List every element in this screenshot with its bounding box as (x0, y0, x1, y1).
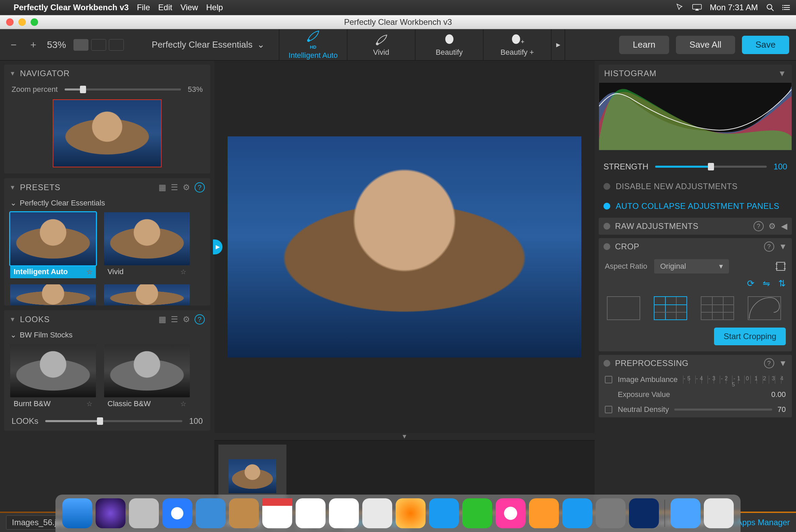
tab-beautify-plus[interactable]: + Beautify + (483, 29, 551, 60)
image-ambulance-checkbox[interactable] (605, 376, 612, 383)
look-classic-bw[interactable]: Classic B&W☆ (104, 344, 190, 410)
spotlight-icon[interactable] (766, 3, 774, 12)
crop-frame-icon[interactable] (776, 261, 786, 271)
strength-slider[interactable] (655, 166, 767, 168)
rotate-icon[interactable]: ⟳ (747, 278, 754, 289)
cursor-icon[interactable] (676, 3, 684, 12)
tab-intelligent-auto[interactable]: HD Intelligent Auto (279, 29, 347, 60)
dock-launchpad-icon[interactable] (129, 498, 159, 528)
star-icon[interactable]: ☆ (180, 268, 186, 276)
looks-strength-slider[interactable] (45, 420, 182, 422)
collapse-icon[interactable]: ▼ (10, 184, 16, 191)
raw-adjustments-section[interactable]: RAW ADJUSTMENTS ?⚙◀ (599, 218, 792, 235)
learn-button[interactable]: Learn (619, 36, 669, 54)
collapse-icon[interactable]: ▼ (10, 70, 16, 77)
dock-ibooks-icon[interactable] (529, 498, 559, 528)
filmstrip-collapse-handle[interactable]: ▼ (214, 433, 595, 440)
aspect-ratio-dropdown[interactable]: Original ▾ (654, 259, 729, 273)
star-icon[interactable]: ☆ (86, 268, 93, 276)
collapse-left-icon[interactable]: ◀ (781, 221, 787, 231)
dock-reminders-icon[interactable] (329, 498, 359, 528)
menubar-clock[interactable]: Mon 7:31 AM (710, 3, 758, 12)
zoom-in-button[interactable]: + (27, 39, 39, 51)
dock-workbench-icon[interactable] (629, 498, 659, 528)
preset-group-header[interactable]: ⌄ Perfectly Clear Essentials (4, 197, 210, 210)
menu-edit[interactable]: Edit (158, 3, 172, 12)
fullscreen-window-button[interactable] (31, 18, 38, 26)
close-window-button[interactable] (6, 18, 14, 26)
crop-grid-thirds[interactable] (654, 296, 687, 320)
dock-finder-icon[interactable] (62, 498, 92, 528)
dock-mail-icon[interactable] (196, 498, 226, 528)
before-after-handle[interactable]: ▶ (213, 239, 222, 254)
dock-facetime-icon[interactable] (462, 498, 492, 528)
list-view-icon[interactable]: ☰ (171, 183, 179, 192)
dock-downloads-icon[interactable] (670, 498, 700, 528)
flip-horizontal-icon[interactable]: ⇋ (763, 278, 770, 289)
collapse-icon[interactable]: ▼ (779, 242, 787, 251)
star-icon[interactable]: ☆ (180, 400, 186, 408)
crop-grid-none[interactable] (607, 296, 640, 320)
zoom-slider[interactable] (65, 88, 181, 90)
auto-collapse-panels-toggle[interactable]: AUTO COLLAPSE ADJUSTMENT PANELS (599, 198, 792, 214)
minimize-window-button[interactable] (18, 18, 26, 26)
neutral-density-checkbox[interactable] (605, 406, 612, 413)
preset-item-partial[interactable] (104, 284, 190, 302)
view-split-h-button[interactable] (109, 39, 124, 51)
help-icon[interactable]: ? (195, 314, 205, 325)
help-icon[interactable]: ? (753, 221, 764, 231)
disable-new-adjustments-toggle[interactable]: DISABLE NEW ADJUSTMENTS (599, 178, 792, 195)
grid-view-icon[interactable]: ▦ (159, 183, 167, 192)
view-single-button[interactable] (73, 39, 88, 51)
dock-settings-icon[interactable] (596, 498, 626, 528)
star-icon[interactable]: ☆ (86, 400, 93, 408)
app-name[interactable]: Perfectly Clear Workbench v3 (14, 3, 129, 12)
save-button[interactable]: Save (742, 36, 789, 54)
navigator-thumbnail[interactable] (53, 99, 162, 167)
dock-trash-icon[interactable] (704, 498, 734, 528)
collapse-icon[interactable]: ▼ (778, 69, 786, 78)
gear-icon[interactable]: ⚙ (183, 315, 190, 324)
dock-contacts-icon[interactable] (229, 498, 259, 528)
look-burnt-bw[interactable]: Burnt B&W☆ (10, 344, 96, 410)
neutral-density-slider[interactable] (674, 409, 772, 411)
view-split-v-button[interactable] (91, 39, 106, 51)
menu-list-icon[interactable] (782, 3, 791, 12)
dock-maps-icon[interactable] (362, 498, 392, 528)
dock-notes-icon[interactable] (296, 498, 326, 528)
preset-item-partial[interactable] (10, 284, 96, 302)
zoom-out-button[interactable]: − (7, 39, 20, 51)
help-icon[interactable]: ? (764, 358, 774, 368)
help-icon[interactable]: ? (195, 182, 205, 193)
list-view-icon[interactable]: ☰ (171, 315, 179, 324)
crop-grid-thirds-alt[interactable] (701, 296, 734, 320)
gear-icon[interactable]: ⚙ (183, 183, 190, 192)
save-all-button[interactable]: Save All (676, 36, 735, 54)
flip-vertical-icon[interactable]: ⇅ (778, 278, 786, 289)
menu-help[interactable]: Help (206, 3, 223, 12)
window-titlebar[interactable]: Perfectly Clear Workbench v3 (0, 15, 796, 29)
collapse-icon[interactable]: ▼ (10, 316, 16, 323)
crop-grid-golden[interactable] (748, 296, 781, 320)
essentials-dropdown[interactable]: Perfectly Clear Essentials ⌄ (152, 39, 265, 50)
grid-view-icon[interactable]: ▦ (159, 315, 167, 324)
looks-group-header[interactable]: ⌄ BW Film Stocks (4, 329, 210, 342)
menu-file[interactable]: File (137, 3, 150, 12)
preset-vivid[interactable]: Vivid☆ (104, 212, 190, 278)
dock-itunes-icon[interactable] (496, 498, 526, 528)
help-icon[interactable]: ? (764, 242, 774, 252)
dock-calendar-icon[interactable] (262, 498, 292, 528)
dock-messages-icon[interactable] (429, 498, 459, 528)
dock-siri-icon[interactable] (96, 498, 126, 528)
dock-safari-icon[interactable] (162, 498, 192, 528)
tabs-scroll-right[interactable]: ▶ (551, 29, 565, 60)
menu-view[interactable]: View (180, 3, 198, 12)
dock-photos-icon[interactable] (396, 498, 426, 528)
image-canvas[interactable]: ▶ (214, 61, 595, 433)
start-cropping-button[interactable]: Start Cropping (714, 328, 786, 345)
airplay-icon[interactable] (692, 4, 702, 11)
tab-beautify[interactable]: Beautify (415, 29, 483, 60)
collapse-icon[interactable]: ▼ (779, 359, 787, 368)
tab-vivid[interactable]: Vivid (347, 29, 415, 60)
dock-appstore-icon[interactable] (562, 498, 592, 528)
